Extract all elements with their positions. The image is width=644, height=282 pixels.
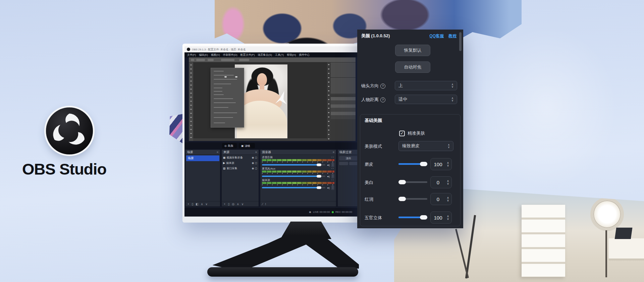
sources-dock: 来源 ≡ ▦ 视频采集设备 ◉ ◻ ▶ 媒体源 ◉ ◻ — [221, 149, 259, 207]
volume-handle — [316, 163, 321, 166]
rosy-spinner[interactable]: 0 ∧∨ — [430, 193, 452, 205]
help-icon[interactable]: ? — [380, 97, 385, 102]
restore-defaults-button[interactable]: 恢复默认 — [395, 45, 430, 56]
monitor: OBS 29.1.3 - 配置文件: 未命名 - 场景: 未命名 文件(F) 编… — [182, 44, 362, 223]
spinner-arrows-icon[interactable]: ∧∨ — [445, 196, 451, 202]
face-3d-spinner[interactable]: 100 ∧∨ — [430, 211, 452, 224]
ps-options-bar — [189, 57, 356, 62]
channel-more-button: ⋮ — [331, 185, 334, 190]
ps-option-chip — [196, 59, 205, 61]
obs-window-titlebar: OBS 29.1.3 - 配置文件: 未命名 - 场景: 未命名 — [184, 46, 360, 52]
volume-handle — [316, 186, 321, 189]
mixer-dock-title: 混音器 ≡ — [260, 150, 336, 155]
laptop — [615, 228, 633, 239]
lock-icon: ◻ — [255, 156, 257, 159]
ps-panel — [331, 62, 356, 78]
dialog-line — [214, 123, 225, 123]
volume-fill — [262, 164, 321, 166]
spinner-arrows-icon[interactable]: ∧∨ — [445, 161, 451, 167]
scenes-dock-title: 场景 ≡ — [185, 150, 220, 155]
slider-handle[interactable] — [398, 180, 406, 184]
dialog-line — [214, 107, 228, 108]
spinner-arrows-icon[interactable]: ∧∨ — [445, 215, 451, 220]
face-3d-slider[interactable] — [398, 217, 427, 218]
person-distance-select[interactable]: 适中 ∧∨ — [395, 95, 457, 104]
whitening-label: 美白 — [365, 180, 373, 186]
mixer-channel: 桌面音频 ▫▫ ◄) ⋮ — [262, 156, 334, 166]
help-icon[interactable]: ? — [380, 84, 385, 89]
add-source-icon: + — [224, 202, 225, 206]
add-scene-icon: + — [187, 202, 189, 206]
whitening-slider[interactable] — [398, 181, 427, 183]
obs-docks: 场景 ≡ 场景 + ▯ ◧ ∧ ∨ 来源 ≡ — [184, 149, 360, 207]
visibility-icon: ◉ — [252, 156, 254, 159]
menu-plugin-center: 插件中心 — [299, 53, 310, 57]
dialog-line — [214, 117, 233, 118]
ps-canvas — [193, 62, 327, 138]
obs-logo-icon — [46, 107, 93, 154]
stream-signal-icon: ◉ — [309, 210, 311, 214]
ps-layers-panel — [331, 94, 356, 141]
ps-option-chip — [221, 59, 234, 61]
mixer-toolbar: ∕ ! — [260, 201, 336, 206]
smooth-skin-spinner[interactable]: 100 ∧∨ — [430, 158, 452, 170]
ring-light-stand — [605, 230, 607, 277]
filter-overlay-icon: ▣ — [241, 144, 244, 147]
qq-support-link[interactable]: QQ客服 — [429, 33, 444, 39]
camera-direction-label: 镜头方向 ? — [361, 83, 385, 89]
transition-select: 淡出 — [339, 156, 358, 160]
ps-settings-dialog — [211, 68, 244, 128]
menu-file: 文件(F) — [187, 53, 196, 57]
whitening-spinner[interactable]: 0 ∧∨ — [430, 176, 452, 188]
live-timer: LIVE 00:00:00 — [313, 210, 330, 214]
desk — [609, 238, 644, 258]
ps-panel — [331, 78, 356, 94]
volume-slider — [262, 187, 325, 188]
ps-option-chip — [239, 59, 249, 61]
visibility-icon: ◉ — [252, 167, 254, 170]
dialog-line — [214, 102, 236, 103]
duration-chip — [339, 162, 348, 165]
tutorial-link[interactable]: 教程 — [448, 33, 457, 39]
camera-direction-select[interactable]: 上 ∧∨ — [395, 81, 457, 90]
source-up-icon: ∧ — [237, 202, 239, 206]
mixer-config-icon: ∕ — [262, 202, 263, 206]
mixer-channel-icons: ▫▫ — [331, 167, 334, 170]
slider-handle[interactable] — [398, 197, 406, 201]
precise-skin-checkbox[interactable]: ✓ — [399, 131, 405, 136]
dialog-line — [214, 94, 224, 95]
rosy-slider[interactable] — [398, 198, 427, 200]
transition-duration-row — [339, 162, 358, 165]
volume-slider — [262, 176, 325, 177]
slider-handle[interactable] — [420, 162, 427, 166]
white-shelf — [522, 205, 565, 277]
transitions-dock-title: 场景过渡 — [338, 150, 359, 155]
visibility-icon: ◉ — [252, 161, 254, 164]
skin-mode-select[interactable]: 臻致磨皮 ∧∨ — [398, 141, 453, 151]
smooth-skin-slider[interactable] — [398, 163, 427, 165]
menu-docks: 停靠部件(D) — [223, 53, 237, 57]
ps-option-chip — [191, 59, 194, 61]
scene-down-icon: ∨ — [205, 202, 208, 206]
menu-help: 帮助(H) — [287, 53, 296, 57]
obs-window-title: OBS 29.1.3 - 配置文件: 未命名 - 场景: 未命名 — [192, 48, 246, 51]
obs-studio-wordmark: OBS Studio — [22, 160, 136, 178]
portrait-face — [257, 73, 267, 86]
audio-mixer-dock: 混音器 ≡ 桌面音频 ▫▫ ◄) — [260, 149, 336, 207]
precise-skin-row: ✓ 精准美肤 — [399, 130, 425, 136]
ps-option-chip — [208, 59, 214, 61]
volume-fill — [262, 187, 321, 188]
dialog-knob — [224, 76, 227, 78]
panel-scrollbar[interactable] — [459, 32, 462, 51]
menu-tools: 工具(T) — [275, 53, 284, 57]
auto-focus-button[interactable]: 自动对焦 — [395, 61, 430, 73]
scene-item-selected: 场景 — [186, 155, 219, 161]
ps-panels-column — [327, 62, 356, 141]
slider-handle[interactable] — [420, 215, 427, 220]
spinner-arrows-icon[interactable]: ∧∨ — [445, 180, 451, 185]
menu-scene-collection: 场景集合(S) — [258, 53, 272, 57]
source-row: ▧ 窗口采集 ◉ ◻ — [222, 166, 259, 171]
chevron-updown-icon: ∧∨ — [449, 97, 457, 102]
lock-icon: ◻ — [255, 167, 257, 170]
transitions-dock: 场景过渡 淡出 — [337, 149, 360, 207]
